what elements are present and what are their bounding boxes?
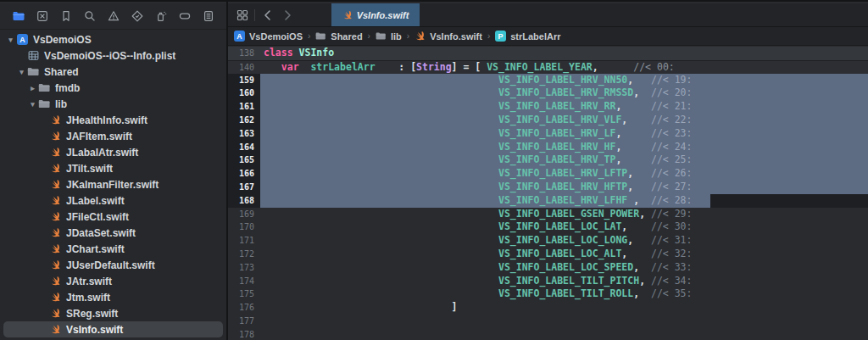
token-id: VS_INFO_LABEL_TILT_ROLL: [498, 287, 633, 299]
token-pl: [639, 287, 651, 299]
line-source: [260, 328, 868, 340]
tests-icon[interactable]: [130, 9, 144, 24]
line-source: VS_INFO_LABEL_HRV_LFHF , //< 28:: [260, 194, 868, 208]
chevron-down-icon[interactable]: ▾: [27, 100, 38, 109]
swift-icon: [49, 195, 63, 207]
code-line-163[interactable]: 163 VS_INFO_LABEL_HRV_LF, //< 23:: [228, 127, 868, 141]
find-icon[interactable]: [82, 9, 97, 24]
line-source: VS_INFO_LABEL_HRV_NN50, //< 19:: [260, 74, 868, 87]
code-line-178[interactable]: 178: [228, 328, 868, 340]
code-line-167[interactable]: 167 VS_INFO_LABEL_HRV_HFTP, //< 27:: [228, 181, 868, 194]
code-line-176[interactable]: 176 ]: [228, 301, 868, 315]
code-line-166[interactable]: 166 VS_INFO_LABEL_HRV_LFTP, //< 26:: [228, 167, 868, 181]
sidebar-item-jlabel-swift[interactable]: JLabel.swift: [0, 192, 226, 209]
breadcrumb-item-vsdemoios[interactable]: AVsDemoiOS: [234, 31, 303, 42]
sidebar-item-fmdb[interactable]: ▸fmdb: [0, 80, 226, 96]
sidebar-item-vsinfo-swift[interactable]: VsInfo.swift: [0, 321, 226, 337]
tab-vsinfo-swift[interactable]: VsInfo.swift: [331, 3, 420, 26]
line-number: 176: [228, 301, 260, 315]
breadcrumb-label: VsDemoiOS: [249, 31, 303, 42]
project-navigator-folder-icon[interactable]: [11, 9, 25, 24]
sidebar-item-jchart-swift[interactable]: JChart.swift: [0, 241, 226, 257]
sidebar-item-lib[interactable]: ▾lib: [0, 96, 226, 112]
code-line-173[interactable]: 173 VS_INFO_LABEL_LOC_SPEED, //< 33:: [228, 261, 868, 275]
line-number: 177: [228, 315, 260, 328]
swift-icon: [415, 31, 426, 42]
swift-icon: [49, 131, 63, 142]
code-line-160[interactable]: 160 VS_INFO_LABEL_HRV_RMSSD, //< 20:: [228, 86, 868, 100]
token-cm: //< 31:: [651, 234, 692, 246]
token-pl: [264, 181, 498, 192]
code-line-138[interactable]: 138class VSInfo: [228, 47, 868, 60]
bookmarks-icon[interactable]: [58, 9, 73, 24]
breadcrumb-item-lib[interactable]: lib: [376, 31, 402, 42]
go-forward-icon[interactable]: [280, 8, 294, 22]
source-code-editor[interactable]: 138class VSInfo140 var strLabelArr : [St…: [228, 47, 868, 340]
code-line-177[interactable]: 177: [228, 315, 868, 328]
sidebar-item-shared[interactable]: ▾Shared: [0, 64, 226, 80]
token-pl: [264, 61, 281, 73]
item-label: JUserDefault.swift: [66, 259, 155, 271]
token-id: VS_INFO_LABEL_LOC_LAT: [498, 220, 621, 232]
sidebar-item-jafitem-swift[interactable]: JAFItem.swift: [0, 128, 226, 144]
token-id: VS_INFO_LABEL_HRV_VLF: [498, 114, 621, 125]
swift-file-icon: [342, 10, 353, 20]
code-line-164[interactable]: 164 VS_INFO_LABEL_HRV_HF, //< 24:: [228, 141, 868, 154]
code-line-175[interactable]: 175 VS_INFO_LABEL_TILT_ROLL, //< 35:: [228, 287, 868, 301]
chevron-right-icon[interactable]: ▸: [27, 84, 38, 92]
sidebar-item-sreg-swift[interactable]: SReg.swift: [0, 305, 226, 321]
sidebar-item-juserdefault-swift[interactable]: JUserDefault.swift: [0, 257, 226, 273]
breadcrumb-item-vsinfo-swift[interactable]: VsInfo.swift: [415, 31, 482, 42]
sidebar-item-jtm-swift[interactable]: Jtm.swift: [0, 289, 226, 305]
source-control-icon[interactable]: [35, 9, 49, 24]
chevron-down-icon[interactable]: ▾: [16, 68, 27, 76]
sidebar-item-jatr-swift[interactable]: JAtr.swift: [0, 273, 226, 289]
reports-icon[interactable]: [201, 9, 215, 24]
token-cm: //< 28:: [651, 194, 692, 206]
sidebar-item-jkalmanfilter-swift[interactable]: JKalmanFilter.swift: [0, 176, 226, 192]
go-back-icon[interactable]: [260, 8, 275, 22]
sidebar-item-jdataset-swift[interactable]: JDataSet.swift: [0, 225, 226, 241]
code-line-161[interactable]: 161 VS_INFO_LABEL_HRV_RR, //< 21:: [228, 100, 868, 114]
code-line-171[interactable]: 171 VS_INFO_LABEL_LOC_LONG, //< 31:: [228, 234, 868, 248]
chevron-down-icon[interactable]: ▾: [5, 36, 16, 44]
token-pl: [264, 74, 498, 86]
code-line-174[interactable]: 174 VS_INFO_LABEL_TILT_PITCH, //< 34:: [228, 275, 868, 288]
breadcrumb-item-shared[interactable]: Shared: [315, 31, 362, 42]
related-items-grid-icon[interactable]: [235, 8, 249, 22]
breadcrumb-item-strlabelarr[interactable]: PstrLabelArr: [495, 31, 560, 42]
code-line-169[interactable]: 169 VS_INFO_LABEL_GSEN_POWER, //< 29:: [228, 208, 868, 221]
item-label: SReg.swift: [66, 308, 118, 320]
breakpoints-icon[interactable]: [177, 9, 192, 24]
token-pl: [639, 261, 651, 273]
debug-icon[interactable]: [153, 9, 168, 24]
sidebar-item-jlabalatr-swift[interactable]: JLabalAtr.swift: [0, 144, 226, 160]
token-pl: [633, 181, 651, 192]
item-label: fmdb: [55, 82, 80, 94]
line-number: 174: [228, 275, 260, 288]
token-cm: //< 20:: [651, 86, 692, 98]
token-pl: [264, 167, 498, 179]
issues-icon[interactable]: [106, 9, 120, 24]
code-line-168[interactable]: 168 VS_INFO_LABEL_HRV_LFHF , //< 28:: [228, 194, 868, 208]
sidebar-item-jhealthinfo-swift[interactable]: JHealthInfo.swift: [0, 112, 226, 128]
line-source: VS_INFO_LABEL_TILT_ROLL, //< 35:: [260, 287, 868, 301]
code-line-140[interactable]: 140 var strLabelArr : [String] = [ VS_IN…: [228, 60, 868, 74]
toolbar-separator: [254, 9, 255, 21]
token-pl: : [: [376, 61, 416, 73]
code-line-165[interactable]: 165 VS_INFO_LABEL_HRV_TP, //< 25:: [228, 153, 868, 167]
code-line-172[interactable]: 172 VS_INFO_LABEL_LOC_ALT, //< 32:: [228, 248, 868, 261]
sidebar-item-jtilt-swift[interactable]: JTilt.swift: [0, 160, 226, 176]
sidebar-item-vsdemoios[interactable]: ▾AVsDemoiOS: [0, 31, 226, 47]
item-label: JChart.swift: [66, 243, 125, 255]
token-id: VS_INFO_LABEL_HRV_TP: [498, 153, 615, 165]
sidebar-item-jfilectl-swift[interactable]: JFileCtl.swift: [0, 209, 226, 225]
token-id: VS_INFO_LABEL_HRV_RMSSD: [498, 86, 633, 98]
line-source: VS_INFO_LABEL_GSEN_POWER, //< 29:: [260, 208, 868, 221]
code-line-159[interactable]: 159 VS_INFO_LABEL_HRV_NN50, //< 19:: [228, 74, 868, 87]
sidebar-item-vsdemoios-ios-info-plist[interactable]: VsDemoiOS--iOS--Info.plist: [0, 47, 226, 64]
code-line-170[interactable]: 170 VS_INFO_LABEL_LOC_LAT, //< 30:: [228, 220, 868, 234]
token-id: VS_INFO_LABEL_HRV_NN50: [498, 74, 627, 86]
code-line-162[interactable]: 162 VS_INFO_LABEL_HRV_VLF, //< 22:: [228, 114, 868, 127]
token-pl: [621, 127, 651, 139]
